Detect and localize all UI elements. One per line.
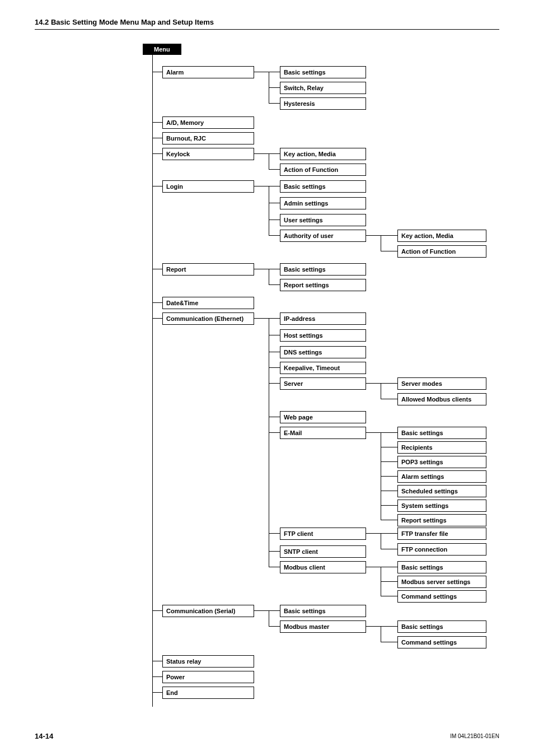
conn: [269, 610, 280, 611]
node-email-alarm: Alarm settings: [397, 470, 486, 483]
conn: [366, 432, 381, 433]
conn: [152, 122, 162, 123]
node-modbus-server-settings: Modbus server settings: [397, 576, 486, 588]
node-login-basic: Basic settings: [280, 180, 366, 193]
conn: [269, 383, 280, 384]
conn: [269, 352, 280, 352]
conn: [366, 626, 381, 627]
conn: [381, 533, 381, 549]
node-alarm-basic: Basic settings: [280, 66, 366, 78]
conn: [381, 549, 397, 549]
node-keylock: Keylock: [162, 148, 254, 160]
node-master-command: Command settings: [397, 636, 486, 648]
conn: [381, 235, 397, 236]
conn: [152, 692, 162, 693]
conn: [381, 235, 381, 251]
conn: [269, 335, 280, 335]
node-modbus-master: Modbus master: [280, 620, 366, 633]
conn: [152, 302, 162, 303]
conn: [269, 269, 269, 284]
node-server: Server: [280, 377, 366, 390]
node-comm-ethernet: Communication (Ethernet): [162, 312, 254, 325]
conn: [269, 284, 280, 285]
conn: [269, 367, 280, 368]
node-modbus-command: Command settings: [397, 590, 486, 603]
heading-underline: [35, 29, 499, 30]
conn: [381, 383, 397, 384]
node-power: Power: [162, 671, 254, 683]
conn: [152, 318, 162, 319]
node-email: E-Mail: [280, 427, 366, 439]
conn: [152, 610, 162, 611]
conn: [381, 447, 397, 447]
conn: [152, 661, 162, 661]
conn: [269, 318, 269, 567]
conn: [254, 72, 269, 72]
conn: [152, 138, 162, 138]
conn: [366, 235, 381, 236]
doc-id: IM 04L21B01-01EN: [450, 733, 499, 739]
conn: [381, 461, 397, 462]
node-email-scheduled: Scheduled settings: [397, 485, 486, 497]
conn: [269, 417, 280, 417]
node-login-authority: Authority of user: [280, 230, 366, 242]
conn: [254, 610, 269, 611]
conn: [366, 533, 381, 534]
conn: [269, 567, 280, 567]
node-modbus-client: Modbus client: [280, 561, 366, 573]
conn: [269, 432, 280, 433]
conn: [254, 186, 269, 186]
conn: [381, 399, 397, 399]
node-login-user: User settings: [280, 214, 366, 226]
node-sntp-client: SNTP client: [280, 545, 366, 558]
conn: [269, 153, 280, 154]
conn: [381, 626, 381, 642]
conn: [254, 318, 269, 319]
conn: [269, 203, 280, 203]
conn: [381, 432, 397, 433]
conn: [152, 269, 162, 269]
node-datetime: Date&Time: [162, 297, 254, 309]
conn: [381, 505, 397, 506]
node-server-modes: Server modes: [397, 377, 486, 390]
node-email-recipients: Recipients: [397, 441, 486, 454]
conn: [269, 87, 280, 88]
page-number: 14-14: [35, 732, 53, 740]
conn: [152, 676, 162, 677]
node-modbus-basic: Basic settings: [397, 561, 486, 573]
conn: [366, 567, 381, 567]
conn: [366, 383, 381, 384]
node-report-settings: Report settings: [280, 279, 366, 291]
node-keepalive: Keepalive, Timeout: [280, 362, 366, 374]
node-report: Report: [162, 263, 254, 276]
conn: [381, 642, 397, 642]
conn: [381, 533, 397, 534]
node-login: Login: [162, 180, 254, 193]
conn: [152, 186, 162, 186]
node-serial-basic: Basic settings: [280, 605, 366, 617]
node-dns-settings: DNS settings: [280, 346, 366, 358]
node-status-relay: Status relay: [162, 655, 254, 668]
menu-tab: Menu: [143, 44, 181, 55]
node-report-basic: Basic settings: [280, 263, 366, 276]
node-alarm: Alarm: [162, 66, 254, 78]
conn: [269, 186, 269, 235]
conn: [269, 551, 280, 552]
node-alarm-hysteresis: Hysteresis: [280, 97, 366, 110]
conn: [381, 596, 397, 596]
conn: [269, 220, 280, 220]
node-email-system: System settings: [397, 500, 486, 512]
conn: [269, 533, 280, 534]
node-ftp-connection: FTP connection: [397, 543, 486, 556]
node-ip-address: IP-address: [280, 312, 366, 325]
conn: [152, 153, 162, 154]
conn: [269, 169, 280, 170]
conn: [269, 103, 280, 104]
conn: [269, 318, 280, 319]
node-keylock-action: Action of Function: [280, 164, 366, 176]
node-web-page: Web page: [280, 411, 366, 423]
node-alarm-switch: Switch, Relay: [280, 82, 366, 94]
conn: [381, 491, 397, 491]
conn: [381, 383, 381, 399]
conn: [381, 251, 397, 251]
